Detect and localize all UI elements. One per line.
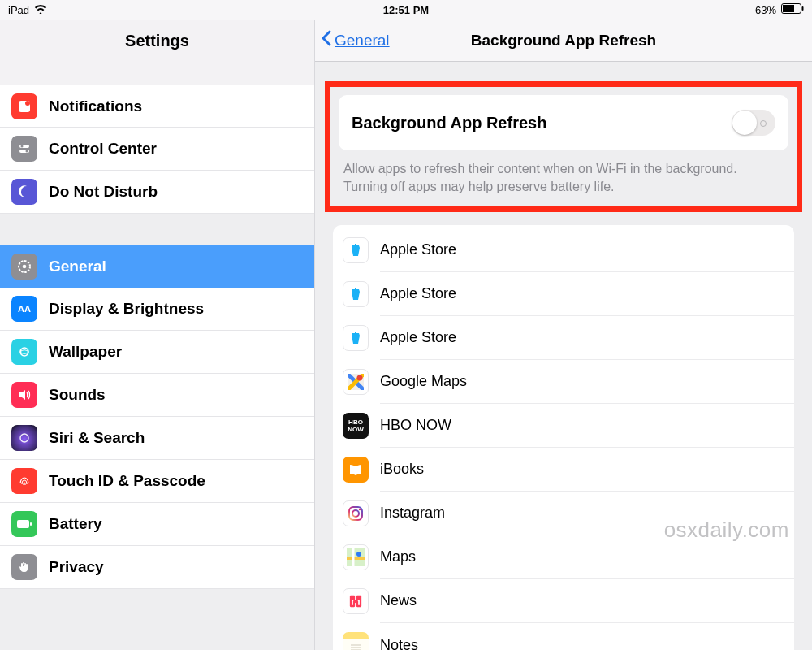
siri-icon	[11, 425, 37, 451]
app-row-hbo-now[interactable]: HBONOW HBO NOW	[333, 404, 794, 448]
speaker-icon	[11, 382, 37, 408]
sidebar-item-label: Siri & Search	[49, 429, 145, 447]
settings-sidebar: Settings Notifications Control Center Do…	[0, 20, 315, 650]
device-name: iPad	[8, 4, 29, 16]
control-center-icon	[11, 136, 37, 162]
svg-point-8	[26, 150, 28, 153]
app-label: iBooks	[380, 461, 424, 478]
app-label: HBO NOW	[380, 417, 451, 434]
sidebar-item-siri[interactable]: Siri & Search	[0, 417, 314, 460]
sidebar-item-label: General	[49, 258, 106, 275]
sidebar-item-label: Privacy	[49, 558, 104, 576]
status-time: 12:51 PM	[383, 4, 429, 16]
app-row-ibooks[interactable]: iBooks	[333, 448, 794, 492]
svg-rect-16	[355, 244, 356, 246]
fingerprint-icon	[11, 468, 37, 494]
master-toggle-row[interactable]: Background App Refresh	[339, 95, 788, 150]
sidebar-item-wallpaper[interactable]: Wallpaper	[0, 331, 314, 374]
app-row-instagram[interactable]: Instagram	[333, 492, 794, 535]
moon-icon	[11, 179, 37, 205]
app-row-apple-store[interactable]: Apple Store	[333, 228, 794, 272]
app-list: Apple Store Apple Store Apple Store Goog…	[333, 225, 794, 650]
google-maps-icon	[343, 369, 369, 395]
toggle-label: Background App Refresh	[352, 114, 546, 132]
sidebar-item-label: Touch ID & Passcode	[49, 472, 205, 490]
app-label: Instagram	[380, 505, 445, 522]
status-bar: iPad 12:51 PM 63%	[0, 0, 812, 20]
sidebar-item-label: Control Center	[49, 140, 157, 158]
helper-text: Allow apps to refresh their content when…	[339, 150, 788, 195]
svg-rect-15	[30, 522, 32, 526]
apple-maps-icon	[343, 544, 369, 570]
app-row-notes[interactable]: Notes	[333, 623, 794, 650]
appstore-icon	[343, 325, 369, 351]
sidebar-item-label: Battery	[49, 515, 102, 533]
news-icon	[343, 588, 369, 614]
appstore-icon	[343, 281, 369, 307]
hand-icon	[11, 554, 37, 580]
sidebar-item-general[interactable]: General	[0, 245, 314, 288]
svg-point-21	[352, 510, 359, 517]
svg-point-10	[23, 264, 27, 268]
app-label: Apple Store	[380, 241, 456, 258]
ibooks-icon	[343, 457, 369, 483]
main-header: General Background App Refresh	[315, 20, 812, 62]
svg-rect-2	[802, 6, 804, 11]
svg-point-4	[25, 101, 30, 106]
sidebar-item-notifications[interactable]: Notifications	[0, 84, 314, 128]
back-label: General	[335, 32, 390, 50]
app-label: News	[380, 592, 417, 609]
app-row-apple-store[interactable]: Apple Store	[333, 316, 794, 360]
app-label: Google Maps	[380, 373, 467, 390]
app-label: Notes	[380, 637, 418, 650]
sidebar-item-privacy[interactable]: Privacy	[0, 546, 314, 589]
svg-rect-14	[17, 520, 29, 528]
appstore-icon	[343, 237, 369, 263]
page-title: Background App Refresh	[471, 32, 656, 50]
svg-point-19	[357, 375, 363, 381]
toggle-switch[interactable]	[732, 110, 775, 136]
app-label: Apple Store	[380, 285, 456, 302]
back-button[interactable]: General	[320, 29, 390, 51]
sidebar-item-label: Wallpaper	[49, 343, 122, 361]
app-row-maps[interactable]: Maps	[333, 535, 794, 579]
notifications-icon	[11, 93, 37, 119]
svg-rect-18	[355, 332, 356, 334]
svg-point-12	[20, 348, 28, 356]
instagram-icon	[343, 500, 369, 526]
svg-point-24	[356, 552, 361, 557]
sidebar-item-touchid[interactable]: Touch ID & Passcode	[0, 460, 314, 503]
svg-point-22	[359, 509, 361, 510]
hbo-icon: HBONOW	[343, 413, 369, 439]
svg-point-13	[20, 434, 28, 442]
wifi-icon	[34, 4, 47, 16]
battery-setting-icon	[11, 511, 37, 537]
wallpaper-icon	[11, 339, 37, 365]
sidebar-item-display[interactable]: AA Display & Brightness	[0, 288, 314, 331]
sidebar-item-label: Do Not Disturb	[49, 183, 158, 201]
svg-rect-17	[355, 288, 356, 290]
main-panel: General Background App Refresh Backgroun…	[315, 20, 812, 650]
sidebar-item-do-not-disturb[interactable]: Do Not Disturb	[0, 171, 314, 214]
sidebar-item-label: Sounds	[49, 386, 106, 404]
highlight-annotation: Background App Refresh Allow apps to ref…	[325, 81, 802, 212]
app-row-apple-store[interactable]: Apple Store	[333, 272, 794, 316]
app-row-google-maps[interactable]: Google Maps	[333, 360, 794, 404]
sidebar-item-battery[interactable]: Battery	[0, 503, 314, 546]
notes-icon	[343, 632, 369, 650]
app-label: Apple Store	[380, 329, 456, 346]
gear-icon	[11, 254, 37, 280]
chevron-left-icon	[320, 29, 333, 51]
svg-rect-1	[783, 5, 794, 12]
sidebar-item-control-center[interactable]: Control Center	[0, 128, 314, 171]
svg-point-7	[21, 145, 24, 148]
battery-icon	[781, 3, 804, 16]
sidebar-title: Settings	[0, 20, 314, 62]
sidebar-item-sounds[interactable]: Sounds	[0, 374, 314, 417]
battery-pct: 63%	[755, 4, 776, 16]
sidebar-item-label: Notifications	[49, 98, 142, 115]
svg-text:AA: AA	[18, 304, 31, 314]
app-row-news[interactable]: News	[333, 579, 794, 623]
display-icon: AA	[11, 296, 37, 322]
sidebar-item-label: Display & Brightness	[49, 300, 204, 318]
